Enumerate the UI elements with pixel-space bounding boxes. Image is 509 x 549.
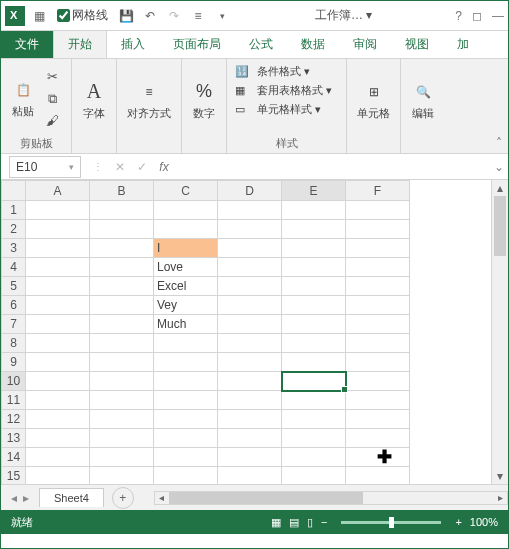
cell[interactable]	[218, 410, 282, 429]
scroll-thumb[interactable]	[494, 196, 506, 256]
cell[interactable]	[346, 277, 410, 296]
zoom-out-button[interactable]: −	[321, 516, 327, 528]
sheet-nav-next-icon[interactable]: ▸	[23, 491, 29, 505]
formula-input[interactable]	[175, 156, 490, 178]
row-header[interactable]: 6	[2, 296, 26, 315]
cell[interactable]	[90, 353, 154, 372]
cell[interactable]	[90, 410, 154, 429]
cell[interactable]	[154, 391, 218, 410]
cell[interactable]	[346, 353, 410, 372]
scroll-down-icon[interactable]: ▾	[492, 468, 508, 484]
undo-icon[interactable]: ↶	[140, 6, 160, 26]
row-header[interactable]: 13	[2, 429, 26, 448]
cell[interactable]	[90, 467, 154, 485]
row-header[interactable]: 10	[2, 372, 26, 391]
cell[interactable]	[218, 201, 282, 220]
cell[interactable]	[90, 391, 154, 410]
alignment-button[interactable]: ≡ 对齐方式	[125, 78, 173, 123]
cell[interactable]	[346, 315, 410, 334]
column-header[interactable]: E	[282, 181, 346, 201]
paste-button[interactable]: 📋 粘贴	[9, 76, 37, 121]
page-break-view-icon[interactable]: ▯	[307, 516, 313, 529]
zoom-level[interactable]: 100%	[470, 516, 498, 528]
cell[interactable]	[282, 277, 346, 296]
add-sheet-button[interactable]: +	[112, 487, 134, 509]
cell[interactable]	[282, 201, 346, 220]
cell[interactable]	[26, 258, 90, 277]
cell[interactable]	[26, 429, 90, 448]
normal-view-icon[interactable]: ▦	[271, 516, 281, 529]
editing-button[interactable]: 🔍 编辑	[409, 78, 437, 123]
cell[interactable]	[346, 296, 410, 315]
cell[interactable]	[218, 258, 282, 277]
cell[interactable]	[218, 220, 282, 239]
column-header[interactable]: D	[218, 181, 282, 201]
cell[interactable]	[282, 239, 346, 258]
cell[interactable]: I	[154, 239, 218, 258]
cut-icon[interactable]: ✂	[41, 68, 63, 86]
expand-formula-bar-icon[interactable]: ⌄	[490, 160, 508, 174]
list-icon[interactable]: ≡	[188, 6, 208, 26]
cell[interactable]	[282, 315, 346, 334]
collapse-ribbon-icon[interactable]: ˄	[496, 136, 502, 150]
minimize-button[interactable]: —	[492, 9, 504, 23]
cell[interactable]	[26, 353, 90, 372]
fx-icon[interactable]: fx	[153, 156, 175, 178]
ribbon-display-button[interactable]: ◻	[472, 9, 482, 23]
cell[interactable]	[26, 277, 90, 296]
gridlines-checkbox[interactable]: 网格线	[57, 7, 108, 24]
cell[interactable]	[90, 258, 154, 277]
column-header[interactable]: C	[154, 181, 218, 201]
select-all-corner[interactable]	[2, 181, 26, 201]
cell[interactable]	[26, 391, 90, 410]
cell[interactable]	[90, 448, 154, 467]
cell[interactable]	[282, 296, 346, 315]
cell[interactable]	[154, 410, 218, 429]
cell[interactable]	[218, 429, 282, 448]
cell[interactable]: Excel	[154, 277, 218, 296]
cell[interactable]: Much	[154, 315, 218, 334]
cell[interactable]	[346, 467, 410, 485]
grid-icon[interactable]: ▦	[29, 6, 49, 26]
row-header[interactable]: 12	[2, 410, 26, 429]
row-header[interactable]: 4	[2, 258, 26, 277]
confirm-icon[interactable]: ✓	[131, 156, 153, 178]
tab-addins[interactable]: 加	[443, 31, 483, 58]
cell[interactable]	[90, 429, 154, 448]
cell[interactable]	[90, 334, 154, 353]
cell[interactable]	[154, 448, 218, 467]
row-header[interactable]: 14	[2, 448, 26, 467]
tab-review[interactable]: 审阅	[339, 31, 391, 58]
sheet-nav-prev-icon[interactable]: ◂	[11, 491, 17, 505]
row-header[interactable]: 15	[2, 467, 26, 485]
cell[interactable]: Vey	[154, 296, 218, 315]
cell[interactable]	[218, 296, 282, 315]
cell[interactable]	[218, 239, 282, 258]
cell[interactable]	[346, 201, 410, 220]
cell[interactable]	[26, 220, 90, 239]
cell-styles-button[interactable]: ▭ 单元格样式 ▾	[235, 101, 321, 118]
cell[interactable]	[218, 315, 282, 334]
cell[interactable]	[26, 239, 90, 258]
cell[interactable]	[218, 448, 282, 467]
cell[interactable]	[26, 372, 90, 391]
cell[interactable]	[282, 353, 346, 372]
worksheet-grid[interactable]: ABCDEF123I4Love5Excel6Vey7Much8910111213…	[1, 180, 508, 484]
cell[interactable]	[90, 315, 154, 334]
scroll-left-icon[interactable]: ◂	[155, 492, 169, 504]
copy-icon[interactable]: ⧉	[41, 90, 63, 108]
tab-page-layout[interactable]: 页面布局	[159, 31, 235, 58]
cell[interactable]	[90, 239, 154, 258]
cell[interactable]	[90, 220, 154, 239]
column-header[interactable]: B	[90, 181, 154, 201]
tab-file[interactable]: 文件	[1, 31, 53, 58]
help-button[interactable]: ?	[455, 9, 462, 23]
sheet-tab[interactable]: Sheet4	[39, 488, 104, 507]
cell[interactable]	[26, 410, 90, 429]
page-layout-view-icon[interactable]: ▤	[289, 516, 299, 529]
row-header[interactable]: 11	[2, 391, 26, 410]
row-header[interactable]: 9	[2, 353, 26, 372]
cell[interactable]	[90, 277, 154, 296]
font-button[interactable]: A 字体	[80, 78, 108, 123]
row-header[interactable]: 3	[2, 239, 26, 258]
